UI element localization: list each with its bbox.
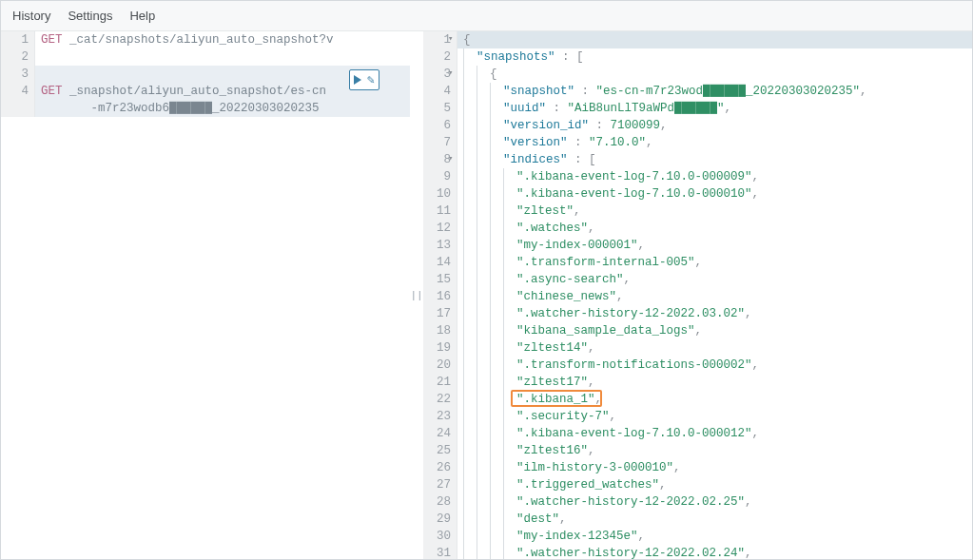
json-content: "my-index-000001", [457, 237, 645, 254]
line-number: 3 [1, 66, 35, 83]
line-number: 11 [423, 203, 457, 220]
json-content: "chinese_news", [457, 288, 624, 305]
line-number: 2 [423, 48, 457, 66]
editor-panes: 1GET _cat/snapshots/aliyun_auto_snapshot… [1, 31, 972, 559]
line-number: 19 [423, 339, 457, 357]
json-content: "indices" : [ [457, 151, 596, 168]
json-content: ".kibana_1", [457, 391, 602, 408]
fold-toggle-icon[interactable]: ▾ [448, 68, 453, 78]
line-number: 24 [423, 425, 457, 442]
request-pane[interactable]: 1GET _cat/snapshots/aliyun_auto_snapshot… [1, 31, 410, 559]
json-content: "dest", [457, 511, 567, 528]
response-line: 23".security-7", [423, 408, 972, 425]
response-line: 3▾{ [423, 66, 972, 83]
response-line: 17".watcher-history-12-2022.03.02", [423, 305, 972, 322]
response-line: 31".watcher-history-12-2022.02.24", [423, 545, 972, 559]
json-content: "snapshots" : [ [457, 48, 584, 66]
line-number: 13 [423, 237, 457, 254]
play-icon [354, 75, 361, 85]
line-number: 28 [423, 493, 457, 511]
fold-toggle-icon[interactable]: ▾ [448, 153, 453, 164]
line-number: 27 [423, 476, 457, 493]
response-line: 14".transform-internal-005", [423, 254, 972, 271]
response-line: 30"my-index-12345e", [423, 528, 972, 545]
request-line[interactable]: 2 [1, 48, 410, 66]
line-number: 4 [1, 83, 35, 100]
line-number: 12 [423, 220, 457, 237]
menu-settings[interactable]: Settings [68, 9, 112, 23]
line-number: 31 [423, 545, 457, 559]
line-number: 17 [423, 305, 457, 322]
request-text: GET _snapshot/aliyun_auto_snapshot/es-cn [35, 83, 326, 100]
line-number: 16 [423, 288, 457, 305]
line-number [1, 100, 35, 117]
fold-toggle-icon[interactable]: ▾ [448, 33, 453, 44]
request-text [35, 66, 41, 83]
line-number: 22 [423, 391, 457, 408]
line-number: 9 [423, 168, 457, 185]
response-line: 4"snapshot" : "es-cn-m7r23wod██████_2022… [423, 83, 972, 100]
json-content: ".transform-notifications-000002", [457, 357, 759, 374]
menu-help[interactable]: Help [129, 9, 155, 23]
line-number: 10 [423, 185, 457, 203]
response-line: 21"zltest17", [423, 374, 972, 391]
run-request-button[interactable]: ✎ [349, 69, 379, 90]
json-content: "snapshot" : "es-cn-m7r23wod██████_20220… [457, 83, 867, 100]
json-content: "uuid" : "AiB8unLlT9aWPd██████", [457, 100, 731, 117]
json-content: ".watcher-history-12-2022.03.02", [457, 305, 752, 322]
request-line[interactable]: 1GET _cat/snapshots/aliyun_auto_snapshot… [1, 31, 410, 48]
json-content: "my-index-12345e", [457, 528, 645, 545]
pane-splitter[interactable]: || [410, 31, 423, 559]
response-line: 29"dest", [423, 511, 972, 528]
response-line: 1▾{ [423, 31, 972, 48]
response-line: 24".kibana-event-log-7.10.0-000012", [423, 425, 972, 442]
json-content: ".kibana-event-log-7.10.0-000010", [457, 185, 759, 203]
request-text: -m7r23wodb6██████_20220303020235 [35, 100, 320, 117]
line-number: 5 [423, 100, 457, 117]
response-line: 20".transform-notifications-000002", [423, 357, 972, 374]
line-number: 6 [423, 117, 457, 134]
line-number: 26 [423, 459, 457, 476]
json-content: "zltest", [457, 203, 581, 220]
response-line: 18"kibana_sample_data_logs", [423, 322, 972, 339]
json-content: ".kibana-event-log-7.10.0-000009", [457, 168, 759, 185]
request-line[interactable]: -m7r23wodb6██████_20220303020235 [1, 100, 410, 117]
line-number: 29 [423, 511, 457, 528]
line-number: 1 [1, 31, 35, 48]
wrench-icon[interactable]: ✎ [367, 72, 375, 87]
line-number: 4 [423, 83, 457, 100]
line-number: 7 [423, 134, 457, 151]
json-content: "version" : "7.10.0", [457, 134, 653, 151]
response-line: 19"zltest14", [423, 339, 972, 357]
request-text [35, 48, 41, 66]
json-content: "zltest14", [457, 339, 595, 357]
json-content: ".watcher-history-12-2022.02.25", [457, 493, 752, 511]
line-number: 14 [423, 254, 457, 271]
response-line: 27".triggered_watches", [423, 476, 972, 493]
line-number: 25 [423, 442, 457, 459]
response-line: 8▾"indices" : [ [423, 151, 972, 168]
menu-history[interactable]: History [12, 9, 50, 23]
response-line: 25"zltest16", [423, 442, 972, 459]
response-line: 28".watcher-history-12-2022.02.25", [423, 493, 972, 511]
response-line: 11"zltest", [423, 203, 972, 220]
response-line: 26"ilm-history-3-000010", [423, 459, 972, 476]
line-number: 30 [423, 528, 457, 545]
json-content: ".transform-internal-005", [457, 254, 702, 271]
response-line: 9".kibana-event-log-7.10.0-000009", [423, 168, 972, 185]
json-content: "zltest17", [457, 374, 595, 391]
response-pane[interactable]: 1▾{2"snapshots" : [3▾{4"snapshot" : "es-… [423, 31, 972, 559]
json-content: ".triggered_watches", [457, 476, 667, 493]
json-content: ".watcher-history-12-2022.02.24", [457, 545, 752, 559]
response-line: 6"version_id" : 7100099, [423, 117, 972, 134]
request-text: GET _cat/snapshots/aliyun_auto_snapshot?… [35, 31, 334, 48]
line-number: 21 [423, 374, 457, 391]
json-content: { [457, 66, 497, 83]
response-line: 12".watches", [423, 220, 972, 237]
response-line: 22".kibana_1", [423, 391, 972, 408]
response-line: 5"uuid" : "AiB8unLlT9aWPd██████", [423, 100, 972, 117]
response-line: 10".kibana-event-log-7.10.0-000010", [423, 185, 972, 203]
response-line: 2"snapshots" : [ [423, 48, 972, 66]
json-content: "version_id" : 7100099, [457, 117, 668, 134]
line-number: 18 [423, 322, 457, 339]
